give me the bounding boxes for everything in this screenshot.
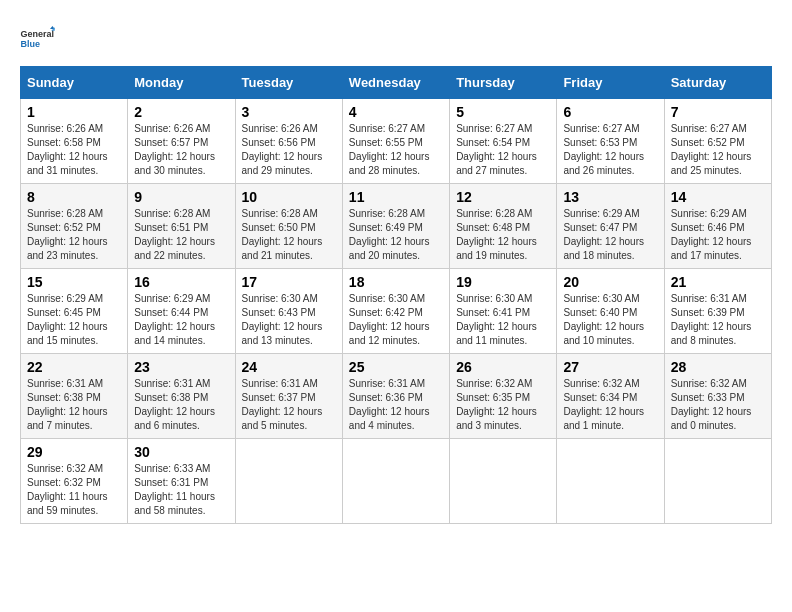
day-cell-17: 17 Sunrise: 6:30 AM Sunset: 6:43 PM Dayl… <box>235 269 342 354</box>
day-number: 12 <box>456 189 550 205</box>
day-cell-23: 23 Sunrise: 6:31 AM Sunset: 6:38 PM Dayl… <box>128 354 235 439</box>
day-number: 15 <box>27 274 121 290</box>
day-detail: Sunrise: 6:26 AM Sunset: 6:57 PM Dayligh… <box>134 122 228 178</box>
day-number: 1 <box>27 104 121 120</box>
day-number: 21 <box>671 274 765 290</box>
day-detail: Sunrise: 6:30 AM Sunset: 6:41 PM Dayligh… <box>456 292 550 348</box>
day-detail: Sunrise: 6:30 AM Sunset: 6:40 PM Dayligh… <box>563 292 657 348</box>
day-number: 2 <box>134 104 228 120</box>
empty-cell <box>342 439 449 524</box>
day-cell-30: 30 Sunrise: 6:33 AM Sunset: 6:31 PM Dayl… <box>128 439 235 524</box>
day-cell-27: 27 Sunrise: 6:32 AM Sunset: 6:34 PM Dayl… <box>557 354 664 439</box>
day-detail: Sunrise: 6:27 AM Sunset: 6:52 PM Dayligh… <box>671 122 765 178</box>
day-number: 19 <box>456 274 550 290</box>
day-detail: Sunrise: 6:30 AM Sunset: 6:42 PM Dayligh… <box>349 292 443 348</box>
weekday-header-friday: Friday <box>557 67 664 99</box>
day-cell-20: 20 Sunrise: 6:30 AM Sunset: 6:40 PM Dayl… <box>557 269 664 354</box>
day-cell-18: 18 Sunrise: 6:30 AM Sunset: 6:42 PM Dayl… <box>342 269 449 354</box>
day-detail: Sunrise: 6:32 AM Sunset: 6:35 PM Dayligh… <box>456 377 550 433</box>
day-number: 20 <box>563 274 657 290</box>
weekday-header-tuesday: Tuesday <box>235 67 342 99</box>
day-cell-21: 21 Sunrise: 6:31 AM Sunset: 6:39 PM Dayl… <box>664 269 771 354</box>
day-number: 23 <box>134 359 228 375</box>
header-row: SundayMondayTuesdayWednesdayThursdayFrid… <box>21 67 772 99</box>
day-number: 22 <box>27 359 121 375</box>
day-cell-10: 10 Sunrise: 6:28 AM Sunset: 6:50 PM Dayl… <box>235 184 342 269</box>
day-detail: Sunrise: 6:29 AM Sunset: 6:44 PM Dayligh… <box>134 292 228 348</box>
day-number: 24 <box>242 359 336 375</box>
day-detail: Sunrise: 6:31 AM Sunset: 6:36 PM Dayligh… <box>349 377 443 433</box>
day-detail: Sunrise: 6:32 AM Sunset: 6:34 PM Dayligh… <box>563 377 657 433</box>
day-detail: Sunrise: 6:32 AM Sunset: 6:32 PM Dayligh… <box>27 462 121 518</box>
logo-svg: General Blue <box>20 20 56 56</box>
day-number: 17 <box>242 274 336 290</box>
weekday-header-thursday: Thursday <box>450 67 557 99</box>
day-detail: Sunrise: 6:29 AM Sunset: 6:47 PM Dayligh… <box>563 207 657 263</box>
day-detail: Sunrise: 6:26 AM Sunset: 6:58 PM Dayligh… <box>27 122 121 178</box>
day-cell-3: 3 Sunrise: 6:26 AM Sunset: 6:56 PM Dayli… <box>235 99 342 184</box>
weekday-header-saturday: Saturday <box>664 67 771 99</box>
empty-cell <box>450 439 557 524</box>
calendar-table: SundayMondayTuesdayWednesdayThursdayFrid… <box>20 66 772 524</box>
day-cell-25: 25 Sunrise: 6:31 AM Sunset: 6:36 PM Dayl… <box>342 354 449 439</box>
day-number: 25 <box>349 359 443 375</box>
day-detail: Sunrise: 6:27 AM Sunset: 6:55 PM Dayligh… <box>349 122 443 178</box>
day-detail: Sunrise: 6:31 AM Sunset: 6:37 PM Dayligh… <box>242 377 336 433</box>
day-number: 10 <box>242 189 336 205</box>
empty-cell <box>664 439 771 524</box>
day-detail: Sunrise: 6:26 AM Sunset: 6:56 PM Dayligh… <box>242 122 336 178</box>
day-detail: Sunrise: 6:32 AM Sunset: 6:33 PM Dayligh… <box>671 377 765 433</box>
day-detail: Sunrise: 6:27 AM Sunset: 6:54 PM Dayligh… <box>456 122 550 178</box>
day-number: 14 <box>671 189 765 205</box>
day-cell-24: 24 Sunrise: 6:31 AM Sunset: 6:37 PM Dayl… <box>235 354 342 439</box>
day-number: 26 <box>456 359 550 375</box>
day-number: 4 <box>349 104 443 120</box>
day-number: 30 <box>134 444 228 460</box>
day-detail: Sunrise: 6:28 AM Sunset: 6:49 PM Dayligh… <box>349 207 443 263</box>
day-detail: Sunrise: 6:29 AM Sunset: 6:45 PM Dayligh… <box>27 292 121 348</box>
day-number: 3 <box>242 104 336 120</box>
svg-text:General: General <box>21 29 55 39</box>
day-cell-14: 14 Sunrise: 6:29 AM Sunset: 6:46 PM Dayl… <box>664 184 771 269</box>
day-detail: Sunrise: 6:31 AM Sunset: 6:38 PM Dayligh… <box>134 377 228 433</box>
day-cell-16: 16 Sunrise: 6:29 AM Sunset: 6:44 PM Dayl… <box>128 269 235 354</box>
day-detail: Sunrise: 6:31 AM Sunset: 6:39 PM Dayligh… <box>671 292 765 348</box>
day-cell-12: 12 Sunrise: 6:28 AM Sunset: 6:48 PM Dayl… <box>450 184 557 269</box>
calendar-week-4: 22 Sunrise: 6:31 AM Sunset: 6:38 PM Dayl… <box>21 354 772 439</box>
page-header: General Blue <box>20 20 772 56</box>
day-cell-29: 29 Sunrise: 6:32 AM Sunset: 6:32 PM Dayl… <box>21 439 128 524</box>
calendar-week-5: 29 Sunrise: 6:32 AM Sunset: 6:32 PM Dayl… <box>21 439 772 524</box>
day-number: 5 <box>456 104 550 120</box>
day-number: 16 <box>134 274 228 290</box>
day-cell-19: 19 Sunrise: 6:30 AM Sunset: 6:41 PM Dayl… <box>450 269 557 354</box>
day-cell-4: 4 Sunrise: 6:27 AM Sunset: 6:55 PM Dayli… <box>342 99 449 184</box>
day-cell-26: 26 Sunrise: 6:32 AM Sunset: 6:35 PM Dayl… <box>450 354 557 439</box>
calendar-week-3: 15 Sunrise: 6:29 AM Sunset: 6:45 PM Dayl… <box>21 269 772 354</box>
day-cell-8: 8 Sunrise: 6:28 AM Sunset: 6:52 PM Dayli… <box>21 184 128 269</box>
day-detail: Sunrise: 6:30 AM Sunset: 6:43 PM Dayligh… <box>242 292 336 348</box>
empty-cell <box>557 439 664 524</box>
day-cell-13: 13 Sunrise: 6:29 AM Sunset: 6:47 PM Dayl… <box>557 184 664 269</box>
day-cell-6: 6 Sunrise: 6:27 AM Sunset: 6:53 PM Dayli… <box>557 99 664 184</box>
day-cell-5: 5 Sunrise: 6:27 AM Sunset: 6:54 PM Dayli… <box>450 99 557 184</box>
day-cell-15: 15 Sunrise: 6:29 AM Sunset: 6:45 PM Dayl… <box>21 269 128 354</box>
weekday-header-wednesday: Wednesday <box>342 67 449 99</box>
day-cell-2: 2 Sunrise: 6:26 AM Sunset: 6:57 PM Dayli… <box>128 99 235 184</box>
empty-cell <box>235 439 342 524</box>
day-detail: Sunrise: 6:28 AM Sunset: 6:51 PM Dayligh… <box>134 207 228 263</box>
day-number: 29 <box>27 444 121 460</box>
calendar-week-2: 8 Sunrise: 6:28 AM Sunset: 6:52 PM Dayli… <box>21 184 772 269</box>
day-cell-28: 28 Sunrise: 6:32 AM Sunset: 6:33 PM Dayl… <box>664 354 771 439</box>
day-cell-11: 11 Sunrise: 6:28 AM Sunset: 6:49 PM Dayl… <box>342 184 449 269</box>
day-number: 28 <box>671 359 765 375</box>
day-cell-9: 9 Sunrise: 6:28 AM Sunset: 6:51 PM Dayli… <box>128 184 235 269</box>
day-number: 27 <box>563 359 657 375</box>
day-detail: Sunrise: 6:29 AM Sunset: 6:46 PM Dayligh… <box>671 207 765 263</box>
weekday-header-sunday: Sunday <box>21 67 128 99</box>
calendar-week-1: 1 Sunrise: 6:26 AM Sunset: 6:58 PM Dayli… <box>21 99 772 184</box>
day-number: 11 <box>349 189 443 205</box>
day-cell-22: 22 Sunrise: 6:31 AM Sunset: 6:38 PM Dayl… <box>21 354 128 439</box>
day-number: 13 <box>563 189 657 205</box>
day-detail: Sunrise: 6:28 AM Sunset: 6:52 PM Dayligh… <box>27 207 121 263</box>
day-number: 9 <box>134 189 228 205</box>
